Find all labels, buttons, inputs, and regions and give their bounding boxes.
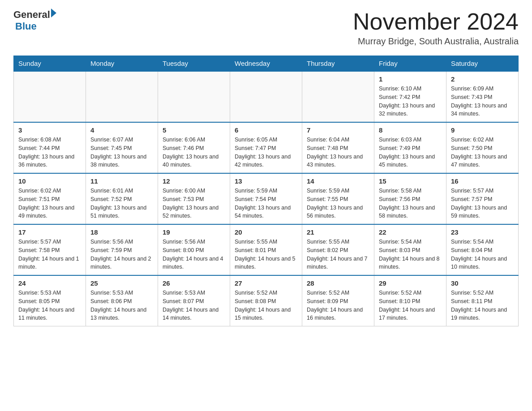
calendar-cell: 25Sunrise: 5:53 AM Sunset: 8:06 PM Dayli… <box>86 275 158 326</box>
calendar-table: SundayMondayTuesdayWednesdayThursdayFrid… <box>13 56 519 326</box>
week-row-3: 10Sunrise: 6:02 AM Sunset: 7:51 PM Dayli… <box>14 173 519 224</box>
calendar-cell: 3Sunrise: 6:08 AM Sunset: 7:44 PM Daylig… <box>14 122 86 173</box>
day-info: Sunrise: 5:55 AM Sunset: 8:02 PM Dayligh… <box>307 238 369 271</box>
day-number: 9 <box>451 126 514 134</box>
week-row-2: 3Sunrise: 6:08 AM Sunset: 7:44 PM Daylig… <box>14 122 519 173</box>
calendar-header-thursday: Thursday <box>302 56 374 72</box>
day-info: Sunrise: 6:01 AM Sunset: 7:52 PM Dayligh… <box>90 187 153 220</box>
day-number: 30 <box>451 279 514 287</box>
day-info: Sunrise: 6:03 AM Sunset: 7:49 PM Dayligh… <box>379 136 442 169</box>
day-info: Sunrise: 5:59 AM Sunset: 7:54 PM Dayligh… <box>235 187 297 220</box>
logo-arrow-icon <box>51 9 56 17</box>
day-number: 19 <box>163 228 225 236</box>
calendar-cell: 23Sunrise: 5:54 AM Sunset: 8:04 PM Dayli… <box>446 224 519 275</box>
calendar-cell: 22Sunrise: 5:54 AM Sunset: 8:03 PM Dayli… <box>374 224 446 275</box>
calendar-cell: 5Sunrise: 6:06 AM Sunset: 7:46 PM Daylig… <box>158 122 230 173</box>
week-row-5: 24Sunrise: 5:53 AM Sunset: 8:05 PM Dayli… <box>14 275 519 326</box>
calendar-cell: 2Sunrise: 6:09 AM Sunset: 7:43 PM Daylig… <box>446 71 519 122</box>
day-number: 27 <box>235 279 297 287</box>
day-info: Sunrise: 6:10 AM Sunset: 7:42 PM Dayligh… <box>379 85 442 118</box>
calendar-cell: 28Sunrise: 5:52 AM Sunset: 8:09 PM Dayli… <box>302 275 374 326</box>
day-number: 3 <box>18 126 81 134</box>
day-info: Sunrise: 5:59 AM Sunset: 7:55 PM Dayligh… <box>307 187 369 220</box>
day-info: Sunrise: 5:53 AM Sunset: 8:07 PM Dayligh… <box>163 289 225 322</box>
calendar-cell: 6Sunrise: 6:05 AM Sunset: 7:47 PM Daylig… <box>230 122 302 173</box>
day-info: Sunrise: 5:52 AM Sunset: 8:08 PM Dayligh… <box>235 289 297 322</box>
calendar-cell: 21Sunrise: 5:55 AM Sunset: 8:02 PM Dayli… <box>302 224 374 275</box>
calendar-header-tuesday: Tuesday <box>158 56 230 72</box>
calendar-cell: 19Sunrise: 5:56 AM Sunset: 8:00 PM Dayli… <box>158 224 230 275</box>
page-header: General Blue November 2024 Murray Bridge… <box>13 9 519 47</box>
day-info: Sunrise: 5:55 AM Sunset: 8:01 PM Dayligh… <box>235 238 297 271</box>
day-info: Sunrise: 6:05 AM Sunset: 7:47 PM Dayligh… <box>235 136 297 169</box>
day-info: Sunrise: 6:08 AM Sunset: 7:44 PM Dayligh… <box>18 136 81 169</box>
calendar-cell: 14Sunrise: 5:59 AM Sunset: 7:55 PM Dayli… <box>302 173 374 224</box>
week-row-1: 1Sunrise: 6:10 AM Sunset: 7:42 PM Daylig… <box>14 71 519 122</box>
day-number: 11 <box>90 177 153 185</box>
day-info: Sunrise: 5:57 AM Sunset: 7:58 PM Dayligh… <box>18 238 81 271</box>
calendar-cell <box>302 71 374 122</box>
calendar-header-saturday: Saturday <box>446 56 519 72</box>
day-number: 24 <box>18 279 81 287</box>
day-number: 16 <box>451 177 514 185</box>
calendar-cell: 29Sunrise: 5:52 AM Sunset: 8:10 PM Dayli… <box>374 275 446 326</box>
title-section: November 2024 Murray Bridge, South Austr… <box>353 9 519 47</box>
calendar-cell: 11Sunrise: 6:01 AM Sunset: 7:52 PM Dayli… <box>86 173 158 224</box>
logo: General Blue <box>13 9 56 32</box>
calendar-cell <box>14 71 86 122</box>
day-info: Sunrise: 6:02 AM Sunset: 7:50 PM Dayligh… <box>451 136 514 169</box>
day-number: 8 <box>379 126 442 134</box>
calendar-cell: 27Sunrise: 5:52 AM Sunset: 8:08 PM Dayli… <box>230 275 302 326</box>
calendar-cell <box>86 71 158 122</box>
day-number: 29 <box>379 279 442 287</box>
day-number: 21 <box>307 228 369 236</box>
calendar-cell: 7Sunrise: 6:04 AM Sunset: 7:48 PM Daylig… <box>302 122 374 173</box>
day-info: Sunrise: 5:57 AM Sunset: 7:57 PM Dayligh… <box>451 187 514 220</box>
day-number: 2 <box>451 75 514 83</box>
day-number: 15 <box>379 177 442 185</box>
calendar-cell: 4Sunrise: 6:07 AM Sunset: 7:45 PM Daylig… <box>86 122 158 173</box>
logo-general: General <box>13 9 50 21</box>
calendar-cell: 17Sunrise: 5:57 AM Sunset: 7:58 PM Dayli… <box>14 224 86 275</box>
calendar-cell: 12Sunrise: 6:00 AM Sunset: 7:53 PM Dayli… <box>158 173 230 224</box>
calendar-header-wednesday: Wednesday <box>230 56 302 72</box>
day-number: 6 <box>235 126 297 134</box>
month-title: November 2024 <box>353 9 519 34</box>
day-info: Sunrise: 6:02 AM Sunset: 7:51 PM Dayligh… <box>18 187 81 220</box>
day-number: 26 <box>163 279 225 287</box>
day-number: 28 <box>307 279 369 287</box>
calendar-cell: 16Sunrise: 5:57 AM Sunset: 7:57 PM Dayli… <box>446 173 519 224</box>
calendar-cell <box>158 71 230 122</box>
calendar-cell: 30Sunrise: 5:52 AM Sunset: 8:11 PM Dayli… <box>446 275 519 326</box>
day-info: Sunrise: 5:54 AM Sunset: 8:04 PM Dayligh… <box>451 238 514 271</box>
calendar-header-sunday: Sunday <box>14 56 86 72</box>
day-info: Sunrise: 5:56 AM Sunset: 8:00 PM Dayligh… <box>163 238 225 271</box>
day-number: 7 <box>307 126 369 134</box>
week-row-4: 17Sunrise: 5:57 AM Sunset: 7:58 PM Dayli… <box>14 224 519 275</box>
calendar-header-row: SundayMondayTuesdayWednesdayThursdayFrid… <box>14 56 519 72</box>
day-number: 18 <box>90 228 153 236</box>
day-number: 22 <box>379 228 442 236</box>
day-info: Sunrise: 5:52 AM Sunset: 8:11 PM Dayligh… <box>451 289 514 322</box>
day-info: Sunrise: 5:58 AM Sunset: 7:56 PM Dayligh… <box>379 187 442 220</box>
day-info: Sunrise: 5:53 AM Sunset: 8:05 PM Dayligh… <box>18 289 81 322</box>
day-number: 14 <box>307 177 369 185</box>
calendar-cell: 13Sunrise: 5:59 AM Sunset: 7:54 PM Dayli… <box>230 173 302 224</box>
calendar-cell: 10Sunrise: 6:02 AM Sunset: 7:51 PM Dayli… <box>14 173 86 224</box>
day-info: Sunrise: 6:07 AM Sunset: 7:45 PM Dayligh… <box>90 136 153 169</box>
day-number: 10 <box>18 177 81 185</box>
location-title: Murray Bridge, South Australia, Australi… <box>353 36 519 47</box>
calendar-cell: 26Sunrise: 5:53 AM Sunset: 8:07 PM Dayli… <box>158 275 230 326</box>
calendar-cell: 20Sunrise: 5:55 AM Sunset: 8:01 PM Dayli… <box>230 224 302 275</box>
day-info: Sunrise: 5:54 AM Sunset: 8:03 PM Dayligh… <box>379 238 442 271</box>
calendar-header-monday: Monday <box>86 56 158 72</box>
calendar-cell: 9Sunrise: 6:02 AM Sunset: 7:50 PM Daylig… <box>446 122 519 173</box>
calendar-cell: 18Sunrise: 5:56 AM Sunset: 7:59 PM Dayli… <box>86 224 158 275</box>
day-info: Sunrise: 5:52 AM Sunset: 8:10 PM Dayligh… <box>379 289 442 322</box>
day-number: 1 <box>379 75 442 83</box>
day-info: Sunrise: 6:00 AM Sunset: 7:53 PM Dayligh… <box>163 187 225 220</box>
calendar-cell: 15Sunrise: 5:58 AM Sunset: 7:56 PM Dayli… <box>374 173 446 224</box>
day-number: 23 <box>451 228 514 236</box>
calendar-header-friday: Friday <box>374 56 446 72</box>
day-number: 13 <box>235 177 297 185</box>
